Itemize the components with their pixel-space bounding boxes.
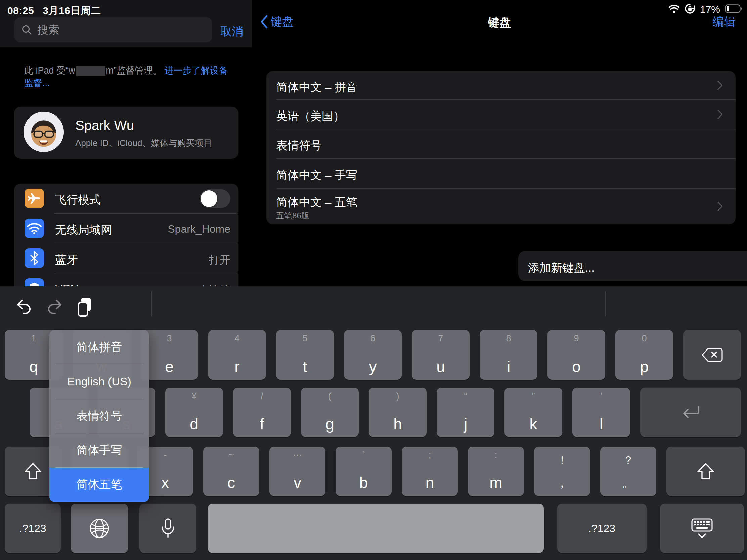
key-y[interactable]: 6y (344, 330, 402, 380)
key-h[interactable]: )h (369, 388, 427, 437)
switcher-item-2[interactable]: English (US) (49, 364, 149, 399)
key-hint: ) (369, 392, 427, 401)
key-g[interactable]: (g (301, 388, 359, 437)
key-u[interactable]: 7u (412, 330, 469, 380)
key-t[interactable]: 5t (276, 330, 334, 380)
key-hint: 5 (276, 334, 334, 343)
keyboard-name: 简体中文 – 拼音 (276, 80, 357, 95)
key-hint: 0 (615, 334, 673, 343)
mic-key[interactable] (139, 504, 197, 553)
switcher-item-4[interactable]: 简体手写 (49, 433, 149, 467)
search-input[interactable]: 搜索 (15, 18, 212, 42)
key-hint: 4 (208, 334, 266, 343)
key-char: v (269, 475, 326, 490)
key-shift-char: ? (600, 455, 656, 465)
key-shift-char: ! (534, 455, 590, 465)
key-char: u (412, 359, 469, 374)
learn-more-link[interactable]: 进一步了解设备 (164, 65, 228, 76)
row-label: 蓝牙 (55, 252, 78, 268)
keyboard-list-row[interactable]: 简体中文 – 手写 (266, 159, 736, 189)
key-char: ， (534, 477, 590, 489)
keyboard-list-row[interactable]: 简体中文 – 五笔五笔86版 (266, 189, 736, 224)
keyboard-dismiss-key[interactable] (660, 504, 744, 553)
key-o[interactable]: 9o (547, 330, 605, 380)
mic-icon (161, 518, 175, 539)
undo-icon[interactable] (16, 299, 33, 316)
keyboard-dismiss-icon (691, 518, 713, 539)
redo-icon[interactable] (46, 299, 63, 316)
keyboard-name: 简体中文 – 五笔 (276, 195, 357, 210)
keyboard-settings-pane: 键盘 键盘 编辑 简体中文 – 拼音英语（美国）表情符号简体中文 – 手写简体中… (252, 0, 747, 286)
key-n[interactable]: ;n (402, 447, 458, 496)
sidebar-item-wifi[interactable]: 无线局域网Spark_Home (14, 214, 238, 243)
battery-percent: 17% (700, 4, 720, 15)
sidebar-item-bluetooth[interactable]: 蓝牙打开 (14, 243, 238, 273)
key-hint: 6 (344, 334, 402, 343)
redacted-text (76, 66, 105, 76)
key-b[interactable]: `b (336, 447, 392, 496)
key-char: t (276, 359, 334, 374)
key-c[interactable]: ~c (203, 447, 259, 496)
key-hint: ¥ (165, 392, 223, 401)
key-r[interactable]: 4r (208, 330, 266, 380)
key-i[interactable]: 8i (480, 330, 537, 380)
key-char: m (468, 475, 524, 490)
key-hint: ` (336, 451, 392, 460)
battery-icon (725, 4, 742, 15)
keyboard-list-row[interactable]: 英语（美国） (266, 100, 736, 129)
keyboard-subtitle: 五笔86版 (276, 210, 309, 221)
supervision-text: 此 iPad 受“w (24, 65, 75, 76)
key-.?123[interactable]: .?123 (557, 504, 647, 553)
shift-icon (23, 462, 43, 481)
switcher-item-3[interactable]: 表情符号 (49, 399, 149, 433)
key-char: l (572, 416, 630, 432)
key-v[interactable]: ⋯v (269, 447, 326, 496)
add-keyboard-label: 添加新键盘... (528, 260, 594, 276)
key-，[interactable]: !， (534, 447, 590, 496)
shift-key[interactable] (666, 447, 745, 496)
key-char: k (505, 416, 562, 432)
avatar (24, 112, 64, 152)
paste-icon[interactable] (77, 296, 93, 318)
key-k[interactable]: ”k (505, 388, 562, 437)
add-keyboard-row[interactable]: 添加新键盘... (518, 251, 747, 281)
row-value: 打开 (209, 253, 230, 268)
status-time: 08:25 (7, 5, 34, 16)
learn-more-link-2[interactable]: 监督... (24, 78, 50, 88)
key-。[interactable]: ?。 (600, 447, 656, 496)
keyboard-list-row[interactable]: 简体中文 – 拼音 (266, 71, 736, 100)
sidebar-item-airplane[interactable]: 飞行模式 (14, 184, 238, 214)
key-char: h (369, 416, 427, 432)
toolbar-divider (605, 291, 606, 316)
keyboard-list-row[interactable]: 表情符号 (266, 129, 736, 159)
apple-id-profile[interactable]: Spark Wu Apple ID、iCloud、媒体与购买项目 (14, 107, 238, 159)
wifi-icon (668, 4, 680, 15)
airplane-mode-toggle[interactable] (200, 189, 230, 208)
key-.?123[interactable]: .?123 (5, 504, 61, 553)
key-hint: 8 (480, 334, 537, 343)
cancel-button[interactable]: 取消 (220, 24, 243, 39)
key-char: o (547, 359, 605, 374)
airplane-icon (25, 189, 44, 208)
key-hint: ~ (203, 451, 259, 460)
toolbar-divider (151, 291, 152, 316)
key-d[interactable]: ¥d (165, 388, 223, 437)
return-key[interactable] (640, 388, 741, 437)
status-time-date: 08:253月16日周二 (7, 4, 110, 18)
key-char: d (165, 416, 223, 432)
key-j[interactable]: “j (437, 388, 494, 437)
switcher-item-1[interactable]: 简体拼音 (49, 330, 149, 364)
key-char: i (480, 359, 537, 374)
key-m[interactable]: :m (468, 447, 524, 496)
key-label: .?123 (5, 522, 61, 534)
switcher-item-5[interactable]: 简体五笔 (49, 468, 149, 502)
key-p[interactable]: 0p (615, 330, 673, 380)
key-hint: ” (505, 392, 562, 401)
delete-key[interactable] (683, 330, 741, 380)
status-bar: 08:253月16日周二17% (0, 0, 747, 19)
key-l[interactable]: ’l (572, 388, 630, 437)
key-char: f (233, 416, 291, 432)
key-f[interactable]: /f (233, 388, 291, 437)
globe-key[interactable] (71, 504, 128, 553)
space-key[interactable] (208, 504, 544, 553)
